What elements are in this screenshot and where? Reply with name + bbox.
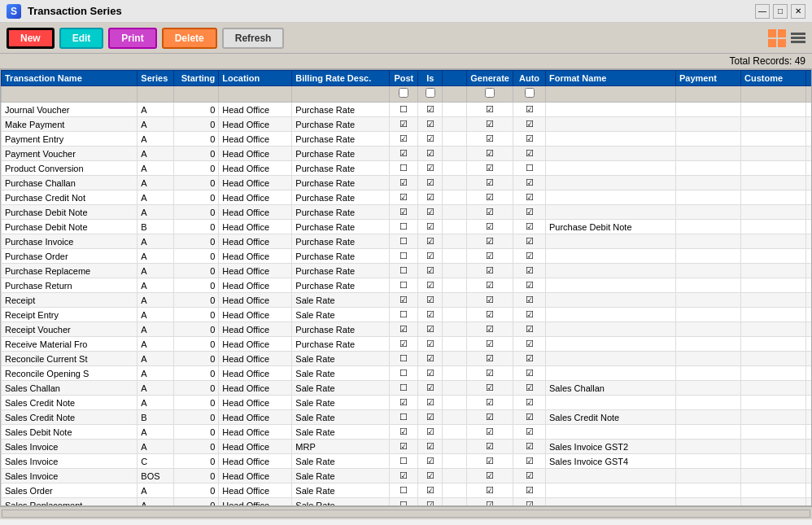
cell-auto[interactable]: ☑ xyxy=(513,103,546,117)
cell-is[interactable]: ☑ xyxy=(418,293,443,308)
table-row[interactable]: Receive Material Fro A 0 Head Office Pur… xyxy=(2,337,813,352)
cell-post[interactable]: ☐ xyxy=(390,308,418,322)
cell-is[interactable]: ☑ xyxy=(418,249,443,264)
cell-post[interactable]: ☐ xyxy=(390,103,418,117)
table-row[interactable]: Sales Invoice C 0 Head Office Sale Rate … xyxy=(2,454,813,469)
cell-post[interactable]: ☐ xyxy=(390,498,418,507)
cell-post[interactable]: ☑ xyxy=(390,396,418,410)
cell-post[interactable]: ☐ xyxy=(390,366,418,381)
table-row[interactable]: Sales Credit Note A 0 Head Office Sale R… xyxy=(2,396,813,410)
cell-post[interactable]: ☑ xyxy=(390,190,418,205)
cell-auto[interactable]: ☑ xyxy=(513,205,546,220)
minimize-button[interactable]: — xyxy=(755,4,770,19)
filter-is-checkbox[interactable] xyxy=(426,88,435,98)
table-row[interactable]: Purchase Return A 0 Head Office Purchase… xyxy=(2,278,813,293)
table-row[interactable]: Reconcile Current St A 0 Head Office Sal… xyxy=(2,352,813,366)
table-row[interactable]: Purchase Order A 0 Head Office Purchase … xyxy=(2,249,813,264)
cell-auto[interactable]: ☑ xyxy=(513,366,546,381)
new-button[interactable]: New xyxy=(7,28,55,49)
filter-generate[interactable] xyxy=(467,86,513,103)
grid-icon[interactable] xyxy=(768,29,786,47)
cell-generate[interactable]: ☑ xyxy=(467,440,513,454)
cell-generate[interactable]: ☑ xyxy=(467,103,513,117)
cell-auto[interactable]: ☑ xyxy=(513,308,546,322)
cell-is[interactable]: ☑ xyxy=(418,381,443,396)
cell-auto[interactable]: ☑ xyxy=(513,278,546,293)
cell-post[interactable]: ☐ xyxy=(390,161,418,176)
table-row[interactable]: Sales Order A 0 Head Office Sale Rate ☐ … xyxy=(2,483,813,498)
cell-post[interactable]: ☐ xyxy=(390,278,418,293)
cell-is[interactable]: ☑ xyxy=(418,278,443,293)
cell-is[interactable]: ☑ xyxy=(418,234,443,249)
horizontal-scrollbar[interactable] xyxy=(0,506,812,519)
table-container[interactable]: Transaction Name Series Starting Locatio… xyxy=(0,69,812,506)
cell-is[interactable]: ☑ xyxy=(418,205,443,220)
cell-post[interactable]: ☑ xyxy=(390,322,418,337)
cell-auto[interactable]: ☑ xyxy=(513,176,546,190)
cell-is[interactable]: ☑ xyxy=(418,498,443,507)
table-row[interactable]: Purchase Debit Note B 0 Head Office Purc… xyxy=(2,220,813,234)
cell-generate[interactable]: ☑ xyxy=(467,161,513,176)
cell-generate[interactable]: ☑ xyxy=(467,337,513,352)
table-row[interactable]: Payment Voucher A 0 Head Office Purchase… xyxy=(2,147,813,161)
cell-auto[interactable]: ☑ xyxy=(513,396,546,410)
table-row[interactable]: Sales Invoice BOS 0 Head Office Sale Rat… xyxy=(2,469,813,483)
cell-auto[interactable]: ☑ xyxy=(513,425,546,440)
cell-is[interactable]: ☑ xyxy=(418,103,443,117)
table-row[interactable]: Reconcile Opening S A 0 Head Office Sale… xyxy=(2,366,813,381)
cell-generate[interactable]: ☑ xyxy=(467,381,513,396)
cell-auto[interactable]: ☑ xyxy=(513,132,546,147)
cell-is[interactable]: ☑ xyxy=(418,132,443,147)
cell-generate[interactable]: ☑ xyxy=(467,117,513,132)
cell-is[interactable]: ☑ xyxy=(418,337,443,352)
cell-post[interactable]: ☑ xyxy=(390,337,418,352)
table-row[interactable]: Sales Challan A 0 Head Office Sale Rate … xyxy=(2,381,813,396)
delete-button[interactable]: Delete xyxy=(162,28,217,49)
cell-is[interactable]: ☑ xyxy=(418,176,443,190)
table-row[interactable]: Journal Voucher A 0 Head Office Purchase… xyxy=(2,103,813,117)
cell-generate[interactable]: ☑ xyxy=(467,132,513,147)
cell-generate[interactable]: ☑ xyxy=(467,469,513,483)
refresh-button[interactable]: Refresh xyxy=(222,28,285,49)
cell-auto[interactable]: ☐ xyxy=(513,161,546,176)
cell-is[interactable]: ☑ xyxy=(418,161,443,176)
cell-generate[interactable]: ☑ xyxy=(467,425,513,440)
cell-auto[interactable]: ☑ xyxy=(513,220,546,234)
cell-generate[interactable]: ☑ xyxy=(467,366,513,381)
cell-generate[interactable]: ☑ xyxy=(467,352,513,366)
cell-auto[interactable]: ☑ xyxy=(513,352,546,366)
table-row[interactable]: Receipt Voucher A 0 Head Office Purchase… xyxy=(2,322,813,337)
cell-post[interactable]: ☐ xyxy=(390,381,418,396)
table-row[interactable]: Make Payment A 0 Head Office Purchase Ra… xyxy=(2,117,813,132)
cell-generate[interactable]: ☑ xyxy=(467,322,513,337)
table-row[interactable]: Purchase Challan A 0 Head Office Purchas… xyxy=(2,176,813,190)
cell-auto[interactable]: ☑ xyxy=(513,381,546,396)
table-row[interactable]: Purchase Debit Note A 0 Head Office Purc… xyxy=(2,205,813,220)
cell-auto[interactable]: ☑ xyxy=(513,190,546,205)
filter-auto-checkbox[interactable] xyxy=(525,88,535,98)
cell-generate[interactable]: ☑ xyxy=(467,147,513,161)
cell-generate[interactable]: ☑ xyxy=(467,249,513,264)
maximize-button[interactable]: □ xyxy=(773,4,788,19)
cell-generate[interactable]: ☑ xyxy=(467,308,513,322)
cell-post[interactable]: ☑ xyxy=(390,132,418,147)
cell-auto[interactable]: ☑ xyxy=(513,440,546,454)
table-row[interactable]: Sales Debit Note A 0 Head Office Sale Ra… xyxy=(2,425,813,440)
cell-is[interactable]: ☑ xyxy=(418,410,443,425)
cell-generate[interactable]: ☑ xyxy=(467,176,513,190)
cell-post[interactable]: ☑ xyxy=(390,469,418,483)
cell-generate[interactable]: ☑ xyxy=(467,234,513,249)
cell-generate[interactable]: ☑ xyxy=(467,220,513,234)
cell-post[interactable]: ☐ xyxy=(390,410,418,425)
edit-button[interactable]: Edit xyxy=(59,28,104,49)
scrollbar-track[interactable] xyxy=(2,510,810,518)
table-row[interactable]: Receipt A 0 Head Office Sale Rate ☑ ☑ ☑ … xyxy=(2,293,813,308)
cell-auto[interactable]: ☑ xyxy=(513,483,546,498)
table-row[interactable]: Sales Invoice A 0 Head Office MRP ☑ ☑ ☑ … xyxy=(2,440,813,454)
cell-is[interactable]: ☑ xyxy=(418,440,443,454)
cell-generate[interactable]: ☑ xyxy=(467,483,513,498)
cell-auto[interactable]: ☑ xyxy=(513,117,546,132)
cell-post[interactable]: ☑ xyxy=(390,205,418,220)
cell-is[interactable]: ☑ xyxy=(418,220,443,234)
cell-is[interactable]: ☑ xyxy=(418,264,443,278)
